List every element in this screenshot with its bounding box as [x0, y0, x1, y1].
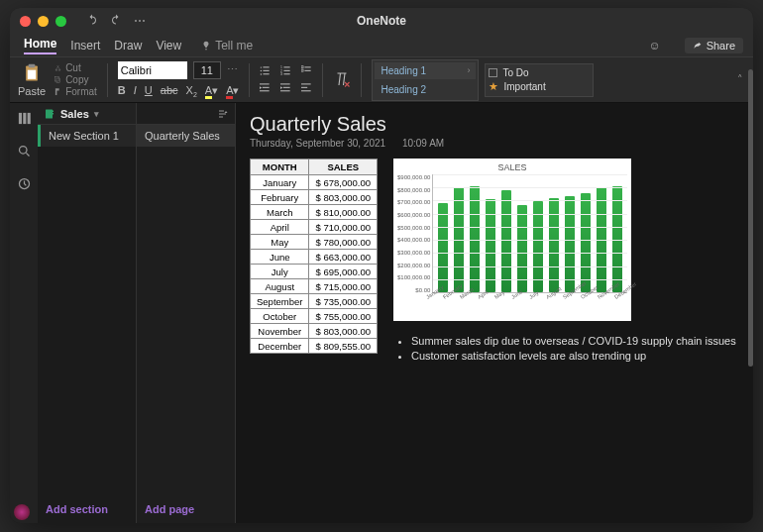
notebook-selector[interactable]: Sales ▾	[38, 103, 136, 125]
styles-gallery[interactable]: Heading 1› Heading 2	[372, 59, 479, 101]
page-time[interactable]: 10:09 AM	[402, 138, 444, 149]
outdent-button[interactable]	[260, 82, 271, 95]
notes-list[interactable]: Summer sales dip due to overseas / COVID…	[393, 335, 736, 362]
sales-chart[interactable]: SALES $900,000.00$800,000.00$700,000.00$…	[393, 159, 631, 321]
share-button[interactable]: Share	[685, 38, 743, 53]
undo-button[interactable]	[86, 14, 98, 29]
svg-rect-25	[283, 86, 290, 87]
page-title[interactable]: Quarterly Sales	[250, 113, 739, 136]
table-row[interactable]: November$ 803,000.00	[251, 324, 378, 339]
paste-button[interactable]: Paste	[18, 62, 46, 97]
checklist-button[interactable]	[301, 65, 312, 78]
svg-rect-1	[29, 64, 36, 67]
font-group: ⋯ B I U abc X2 A▾ A▾	[118, 61, 240, 98]
notebooks-icon[interactable]	[17, 111, 32, 130]
main-area: Sales ▾ New Section 1 Add section Quarte…	[10, 103, 753, 523]
table-row[interactable]: April$ 710,000.00	[251, 220, 378, 235]
page-canvas[interactable]: Quarterly Sales Thursday, September 30, …	[236, 103, 753, 523]
close-icon[interactable]	[20, 16, 31, 27]
table-row[interactable]: December$ 809,555.00	[251, 339, 378, 354]
chevron-down-icon: ▾	[94, 109, 99, 119]
minimize-icon[interactable]	[38, 16, 49, 27]
add-page-button[interactable]: Add page	[137, 495, 235, 523]
tab-draw[interactable]: Draw	[114, 39, 142, 53]
style-heading-2[interactable]: Heading 2	[375, 81, 476, 98]
chart-bar	[565, 196, 575, 292]
recent-button[interactable]	[17, 176, 32, 195]
titlebar: ⋯ OneNote	[10, 8, 753, 34]
align-button[interactable]	[301, 82, 312, 95]
redo-button[interactable]	[110, 14, 122, 29]
sort-pages-button[interactable]	[137, 103, 235, 125]
tag-important[interactable]: ★Important	[489, 80, 590, 93]
svg-rect-20	[305, 69, 311, 70]
table-row[interactable]: February$ 803,000.00	[251, 190, 378, 205]
clipboard-group: Cut Copy Format	[54, 62, 97, 97]
numbering-button[interactable]: 123	[280, 65, 291, 78]
svg-point-9	[261, 73, 262, 74]
paragraph-group: 123	[260, 65, 312, 95]
indent-button[interactable]	[280, 82, 291, 95]
tag-to-do[interactable]: To Do	[489, 67, 590, 78]
clear-formatting-button[interactable]	[333, 70, 351, 90]
list-item[interactable]: Customer satisfaction levels are also tr…	[411, 350, 736, 362]
table-row[interactable]: March$ 810,000.00	[251, 205, 378, 220]
tab-home[interactable]: Home	[24, 37, 56, 54]
tags-gallery[interactable]: To Do ★Important	[485, 63, 594, 97]
font-name-select[interactable]	[118, 61, 187, 79]
ribbon-tabs: Home Insert Draw View Tell me ☺ Share	[10, 34, 753, 57]
ribbon: Paste Cut Copy Format ⋯ B I U abc X2 A▾ …	[10, 57, 753, 103]
table-row[interactable]: September$ 735,000.00	[251, 294, 378, 309]
collapse-ribbon-button[interactable]: ˄	[737, 73, 743, 86]
svg-rect-36	[53, 110, 54, 112]
font-color-button[interactable]: A▾	[226, 84, 239, 98]
font-more[interactable]: ⋯	[227, 63, 238, 76]
svg-point-5	[261, 66, 262, 67]
italic-button[interactable]: I	[134, 84, 137, 98]
svg-rect-22	[263, 86, 270, 87]
table-row[interactable]: May$ 780,000.00	[251, 235, 378, 250]
page-item[interactable]: Quarterly Sales	[137, 125, 235, 147]
table-row[interactable]: August$ 715,000.00	[251, 279, 378, 294]
customize-qat[interactable]: ⋯	[134, 14, 147, 29]
table-header-month[interactable]: MONTH	[251, 160, 309, 175]
tab-insert[interactable]: Insert	[70, 39, 100, 53]
style-heading-1[interactable]: Heading 1›	[375, 62, 476, 79]
svg-rect-23	[260, 90, 270, 91]
bold-button[interactable]: B	[118, 84, 126, 98]
cut-button[interactable]: Cut	[54, 62, 97, 73]
table-row[interactable]: January$ 678,000.00	[251, 175, 378, 190]
sales-table[interactable]: MONTH SALES January$ 678,000.00February$…	[250, 159, 378, 354]
scrollbar-track[interactable]	[748, 69, 753, 518]
highlight-button[interactable]: A▾	[205, 84, 218, 98]
page-date[interactable]: Thursday, September 30, 2021	[250, 138, 385, 149]
table-header-sales[interactable]: SALES	[309, 160, 377, 175]
nav-rail	[10, 103, 38, 523]
scrollbar-thumb[interactable]	[748, 69, 753, 367]
table-row[interactable]: October$ 755,000.00	[251, 309, 378, 324]
add-section-button[interactable]: Add section	[38, 495, 136, 523]
list-item[interactable]: Summer sales dip due to overseas / COVID…	[411, 335, 736, 347]
section-item[interactable]: New Section 1	[38, 125, 136, 147]
svg-rect-18	[305, 66, 311, 67]
star-icon: ★	[489, 80, 498, 93]
chart-title: SALES	[397, 162, 627, 172]
subscript-button[interactable]: X2	[186, 84, 197, 98]
tab-view[interactable]: View	[156, 39, 181, 53]
underline-button[interactable]: U	[145, 84, 153, 98]
table-row[interactable]: July$ 695,000.00	[251, 265, 378, 279]
copy-button[interactable]: Copy	[54, 74, 97, 85]
emoji-button[interactable]: ☺	[648, 39, 660, 53]
user-avatar[interactable]	[14, 504, 30, 520]
search-button[interactable]	[17, 144, 32, 162]
traffic-lights	[20, 16, 66, 27]
tell-me-search[interactable]: Tell me	[201, 39, 253, 53]
format-painter-button[interactable]: Format	[54, 86, 97, 97]
strikethrough-button[interactable]: abc	[161, 84, 178, 98]
svg-rect-30	[18, 113, 21, 124]
svg-text:3: 3	[280, 72, 282, 76]
bullets-button[interactable]	[260, 65, 271, 78]
table-row[interactable]: June$ 663,000.00	[251, 250, 378, 265]
font-size-select[interactable]	[193, 61, 221, 79]
maximize-icon[interactable]	[55, 16, 66, 27]
